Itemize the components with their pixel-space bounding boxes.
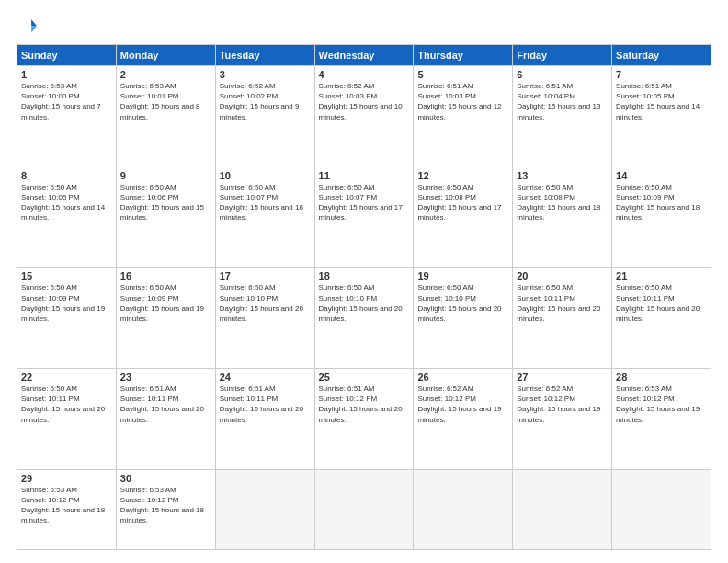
day-number: 28 xyxy=(616,372,707,383)
calendar-cell: 4 Sunrise: 6:52 AM Sunset: 10:03 PM Dayl… xyxy=(314,66,414,167)
calendar-cell: 28 Sunrise: 6:53 AM Sunset: 10:12 PM Day… xyxy=(612,369,711,470)
day-number: 2 xyxy=(120,69,211,80)
day-number: 25 xyxy=(319,372,410,383)
svg-marker-0 xyxy=(31,19,37,26)
cell-info: Sunrise: 6:53 AM Sunset: 10:12 PM Daylig… xyxy=(120,485,211,526)
day-number: 15 xyxy=(21,270,112,282)
day-number: 12 xyxy=(417,170,508,181)
day-number: 23 xyxy=(120,372,211,383)
day-number: 16 xyxy=(120,270,211,282)
cell-info: Sunrise: 6:50 AM Sunset: 10:07 PM Daylig… xyxy=(220,182,311,224)
cell-info: Sunrise: 6:50 AM Sunset: 10:11 PM Daylig… xyxy=(616,282,707,324)
calendar-cell: 12 Sunrise: 6:50 AM Sunset: 10:08 PM Day… xyxy=(414,167,513,268)
calendar-cell xyxy=(513,469,612,549)
cell-info: Sunrise: 6:50 AM Sunset: 10:11 PM Daylig… xyxy=(21,384,112,425)
cell-info: Sunrise: 6:51 AM Sunset: 10:03 PM Daylig… xyxy=(417,81,508,122)
day-number: 20 xyxy=(517,270,608,282)
day-number: 4 xyxy=(319,69,410,80)
day-number: 8 xyxy=(21,170,112,181)
cell-info: Sunrise: 6:50 AM Sunset: 10:05 PM Daylig… xyxy=(21,182,112,224)
calendar-cell: 24 Sunrise: 6:51 AM Sunset: 10:11 PM Day… xyxy=(215,369,314,470)
day-number: 5 xyxy=(417,69,508,80)
calendar-cell: 2 Sunrise: 6:53 AM Sunset: 10:01 PM Dayl… xyxy=(116,66,215,167)
day-number: 7 xyxy=(616,69,707,80)
calendar-cell: 18 Sunrise: 6:50 AM Sunset: 10:10 PM Day… xyxy=(314,268,414,369)
cell-info: Sunrise: 6:51 AM Sunset: 10:11 PM Daylig… xyxy=(220,384,311,425)
calendar-cell xyxy=(314,469,414,549)
cell-info: Sunrise: 6:53 AM Sunset: 10:12 PM Daylig… xyxy=(21,485,112,526)
day-number: 29 xyxy=(21,473,112,484)
cell-info: Sunrise: 6:52 AM Sunset: 10:12 PM Daylig… xyxy=(517,384,608,425)
cell-info: Sunrise: 6:50 AM Sunset: 10:10 PM Daylig… xyxy=(319,282,410,324)
calendar-cell: 20 Sunrise: 6:50 AM Sunset: 10:11 PM Day… xyxy=(513,268,612,369)
weekday-header-friday: Friday xyxy=(513,45,612,66)
day-number: 3 xyxy=(220,69,311,80)
weekday-header-sunday: Sunday xyxy=(17,45,117,66)
weekday-header-tuesday: Tuesday xyxy=(215,45,314,66)
weekday-header-wednesday: Wednesday xyxy=(314,45,414,66)
calendar-cell: 13 Sunrise: 6:50 AM Sunset: 10:08 PM Day… xyxy=(513,167,612,268)
cell-info: Sunrise: 6:53 AM Sunset: 10:01 PM Daylig… xyxy=(120,81,211,122)
calendar-cell: 8 Sunrise: 6:50 AM Sunset: 10:05 PM Dayl… xyxy=(17,167,117,268)
calendar-cell: 1 Sunrise: 6:53 AM Sunset: 10:00 PM Dayl… xyxy=(17,66,117,167)
day-number: 18 xyxy=(319,270,410,282)
cell-info: Sunrise: 6:51 AM Sunset: 10:05 PM Daylig… xyxy=(616,81,707,122)
cell-info: Sunrise: 6:51 AM Sunset: 10:12 PM Daylig… xyxy=(319,384,410,425)
cell-info: Sunrise: 6:50 AM Sunset: 10:06 PM Daylig… xyxy=(120,182,211,224)
cell-info: Sunrise: 6:50 AM Sunset: 10:10 PM Daylig… xyxy=(417,282,508,324)
calendar-cell: 23 Sunrise: 6:51 AM Sunset: 10:11 PM Day… xyxy=(116,369,215,470)
day-number: 19 xyxy=(417,270,508,282)
cell-info: Sunrise: 6:50 AM Sunset: 10:10 PM Daylig… xyxy=(220,282,311,324)
calendar-cell: 17 Sunrise: 6:50 AM Sunset: 10:10 PM Day… xyxy=(215,268,314,369)
calendar-cell: 29 Sunrise: 6:53 AM Sunset: 10:12 PM Day… xyxy=(17,469,117,549)
calendar-cell: 9 Sunrise: 6:50 AM Sunset: 10:06 PM Dayl… xyxy=(116,167,215,268)
day-number: 27 xyxy=(517,372,608,383)
logo xyxy=(17,17,40,37)
calendar-cell xyxy=(215,469,314,549)
day-number: 1 xyxy=(21,69,112,80)
cell-info: Sunrise: 6:52 AM Sunset: 10:12 PM Daylig… xyxy=(417,384,508,425)
cell-info: Sunrise: 6:52 AM Sunset: 10:02 PM Daylig… xyxy=(220,81,311,122)
cell-info: Sunrise: 6:53 AM Sunset: 10:12 PM Daylig… xyxy=(616,384,707,425)
cell-info: Sunrise: 6:50 AM Sunset: 10:08 PM Daylig… xyxy=(417,182,508,224)
cell-info: Sunrise: 6:50 AM Sunset: 10:11 PM Daylig… xyxy=(517,282,608,324)
calendar: SundayMondayTuesdayWednesdayThursdayFrid… xyxy=(17,44,711,550)
day-number: 6 xyxy=(517,69,608,80)
calendar-cell: 19 Sunrise: 6:50 AM Sunset: 10:10 PM Day… xyxy=(414,268,513,369)
weekday-header-thursday: Thursday xyxy=(414,45,513,66)
cell-info: Sunrise: 6:53 AM Sunset: 10:00 PM Daylig… xyxy=(21,81,112,122)
weekday-header-monday: Monday xyxy=(116,45,215,66)
day-number: 24 xyxy=(220,372,311,383)
cell-info: Sunrise: 6:50 AM Sunset: 10:09 PM Daylig… xyxy=(21,282,112,324)
day-number: 22 xyxy=(21,372,112,383)
calendar-week-3: 15 Sunrise: 6:50 AM Sunset: 10:09 PM Day… xyxy=(17,268,711,369)
calendar-cell: 14 Sunrise: 6:50 AM Sunset: 10:09 PM Day… xyxy=(612,167,711,268)
svg-marker-1 xyxy=(31,26,37,32)
day-number: 26 xyxy=(417,372,508,383)
calendar-week-4: 22 Sunrise: 6:50 AM Sunset: 10:11 PM Day… xyxy=(17,369,711,470)
calendar-cell: 27 Sunrise: 6:52 AM Sunset: 10:12 PM Day… xyxy=(513,369,612,470)
calendar-week-5: 29 Sunrise: 6:53 AM Sunset: 10:12 PM Day… xyxy=(17,469,711,549)
cell-info: Sunrise: 6:50 AM Sunset: 10:07 PM Daylig… xyxy=(319,182,410,224)
cell-info: Sunrise: 6:50 AM Sunset: 10:08 PM Daylig… xyxy=(517,182,608,224)
calendar-cell: 22 Sunrise: 6:50 AM Sunset: 10:11 PM Day… xyxy=(17,369,117,470)
weekday-header-saturday: Saturday xyxy=(612,45,711,66)
cell-info: Sunrise: 6:50 AM Sunset: 10:09 PM Daylig… xyxy=(120,282,211,324)
cell-info: Sunrise: 6:51 AM Sunset: 10:11 PM Daylig… xyxy=(120,384,211,425)
day-number: 14 xyxy=(616,170,707,181)
calendar-cell xyxy=(612,469,711,549)
calendar-cell xyxy=(414,469,513,549)
day-number: 21 xyxy=(616,270,707,282)
calendar-cell: 26 Sunrise: 6:52 AM Sunset: 10:12 PM Day… xyxy=(414,369,513,470)
calendar-cell: 6 Sunrise: 6:51 AM Sunset: 10:04 PM Dayl… xyxy=(513,66,612,167)
calendar-cell: 10 Sunrise: 6:50 AM Sunset: 10:07 PM Day… xyxy=(215,167,314,268)
calendar-cell: 25 Sunrise: 6:51 AM Sunset: 10:12 PM Day… xyxy=(314,369,414,470)
calendar-cell: 30 Sunrise: 6:53 AM Sunset: 10:12 PM Day… xyxy=(116,469,215,549)
day-number: 30 xyxy=(120,473,211,484)
cell-info: Sunrise: 6:51 AM Sunset: 10:04 PM Daylig… xyxy=(517,81,608,122)
weekday-header-row: SundayMondayTuesdayWednesdayThursdayFrid… xyxy=(17,45,711,66)
header xyxy=(17,17,711,37)
day-number: 13 xyxy=(517,170,608,181)
day-number: 10 xyxy=(220,170,311,181)
calendar-cell: 16 Sunrise: 6:50 AM Sunset: 10:09 PM Day… xyxy=(116,268,215,369)
